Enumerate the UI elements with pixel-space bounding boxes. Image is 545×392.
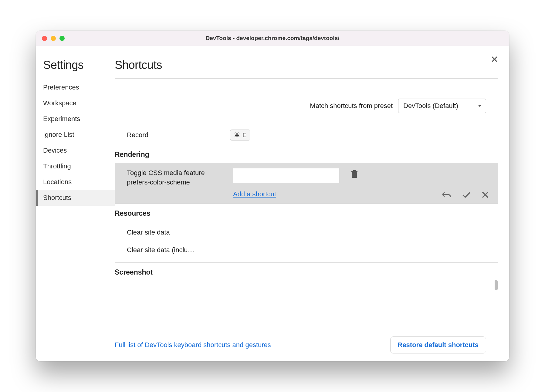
svg-rect-0	[352, 172, 357, 178]
key-letter: E	[242, 132, 246, 139]
shortcut-label: Clear site data (inclu…	[127, 246, 195, 254]
sidebar-item-label: Ignore List	[43, 131, 74, 138]
restore-defaults-button[interactable]: Restore default shortcuts	[390, 336, 486, 353]
scrollbar-thumb[interactable]	[495, 280, 498, 290]
sidebar-item-label: Shortcuts	[43, 194, 71, 201]
traffic-lights	[42, 36, 65, 41]
sidebar-item-ignore-list[interactable]: Ignore List	[36, 127, 115, 143]
key-modifier: ⌘	[234, 131, 240, 139]
shortcut-row-record[interactable]: Record ⌘ E	[115, 125, 498, 145]
shortcut-row-editing: Toggle CSS media feature prefers-color-s…	[115, 163, 498, 204]
content-area: ✕ Settings Preferences Workspace Experim…	[36, 46, 509, 361]
check-icon[interactable]	[462, 191, 471, 198]
shortcut-row[interactable]: Clear site data	[115, 224, 498, 241]
preset-value: DevTools (Default)	[403, 102, 458, 110]
shortcut-label: Toggle CSS media feature prefers-color-s…	[127, 168, 227, 187]
sidebar-item-locations[interactable]: Locations	[36, 174, 115, 190]
sidebar-item-label: Throttling	[43, 162, 71, 170]
sidebar-item-throttling[interactable]: Throttling	[36, 158, 115, 174]
sidebar-item-label: Devices	[43, 147, 67, 154]
shortcut-label: Record	[127, 131, 230, 139]
shortcut-input[interactable]	[233, 168, 339, 183]
svg-rect-2	[353, 170, 356, 171]
resources-list: Clear site data Clear site data (inclu…	[115, 222, 498, 259]
svg-rect-1	[351, 171, 357, 172]
sidebar-item-label: Preferences	[43, 83, 79, 91]
add-shortcut-link[interactable]: Add a shortcut	[233, 190, 276, 198]
chevron-down-icon	[478, 105, 482, 107]
sidebar-item-devices[interactable]: Devices	[36, 143, 115, 158]
trash-icon[interactable]	[351, 170, 358, 179]
window-zoom-button[interactable]	[59, 36, 65, 41]
key-chip: ⌘ E	[230, 130, 250, 140]
sidebar-item-label: Locations	[43, 178, 72, 186]
preset-select[interactable]: DevTools (Default)	[398, 99, 486, 113]
sidebar-item-preferences[interactable]: Preferences	[36, 79, 115, 95]
editing-actions	[441, 191, 489, 199]
sidebar-item-label: Experiments	[43, 115, 80, 123]
page-heading: Shortcuts	[115, 59, 498, 72]
full-list-link[interactable]: Full list of DevTools keyboard shortcuts…	[115, 341, 271, 349]
section-header-screenshot: Screenshot	[115, 263, 498, 281]
window-close-button[interactable]	[42, 36, 47, 41]
footer: Full list of DevTools keyboard shortcuts…	[115, 331, 498, 361]
devtools-settings-window: DevTools - developer.chrome.com/tags/dev…	[36, 31, 509, 361]
window-title: DevTools - developer.chrome.com/tags/dev…	[36, 35, 509, 42]
section-header-rendering: Rendering	[115, 145, 498, 163]
section-header-resources: Resources	[115, 204, 498, 222]
heading-divider	[115, 78, 498, 79]
sidebar-item-label: Workspace	[43, 99, 76, 107]
preset-row: Match shortcuts from preset DevTools (De…	[115, 99, 486, 113]
undo-icon[interactable]	[441, 191, 452, 198]
main-panel: Shortcuts Match shortcuts from preset De…	[115, 46, 509, 361]
sidebar-item-shortcuts[interactable]: Shortcuts	[36, 190, 115, 206]
shortcut-scroll-area: Record ⌘ E Rendering Toggle CSS media fe…	[115, 125, 498, 331]
sidebar-item-experiments[interactable]: Experiments	[36, 111, 115, 127]
shortcut-row[interactable]: Clear site data (inclu…	[115, 241, 498, 259]
titlebar: DevTools - developer.chrome.com/tags/dev…	[36, 31, 509, 46]
preset-label: Match shortcuts from preset	[310, 102, 393, 110]
settings-sidebar: Settings Preferences Workspace Experimen…	[36, 46, 115, 361]
window-minimize-button[interactable]	[51, 36, 56, 41]
sidebar-item-workspace[interactable]: Workspace	[36, 95, 115, 111]
shortcut-label: Clear site data	[127, 228, 170, 236]
cancel-icon[interactable]	[481, 191, 489, 199]
settings-title: Settings	[36, 59, 115, 72]
